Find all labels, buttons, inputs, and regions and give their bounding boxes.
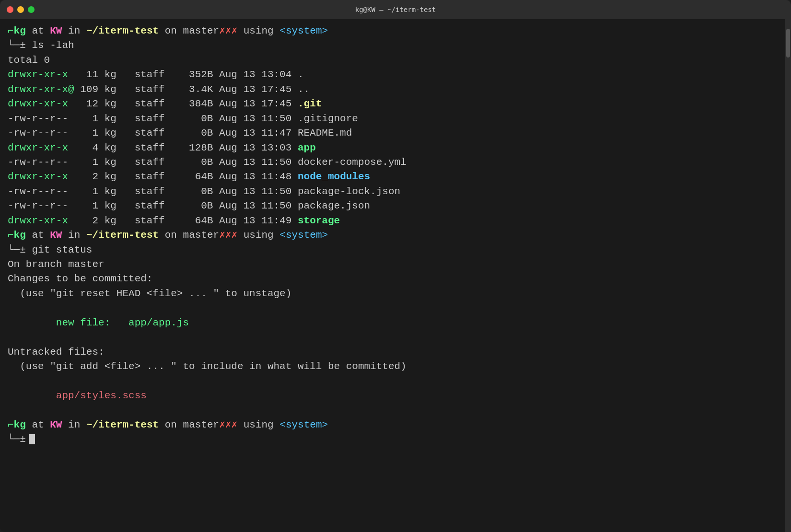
maximize-button[interactable]: [28, 6, 35, 13]
terminal-body[interactable]: ⌐kg at KW in ~/iterm-test on master✗✗✗ u…: [0, 19, 791, 532]
ls-row-node: drwxr-xr-x 2 kg staff 64B Aug 13 11:48 n…: [8, 170, 783, 184]
prompt-user: ⌐kg: [8, 25, 26, 36]
terminal-window: kg@KW — ~/iterm-test ⌐kg at KW in ~/iter…: [0, 0, 791, 532]
git-untracked-file: app/styles.scss: [8, 389, 783, 403]
traffic-lights: [7, 6, 35, 13]
prompt-active: └─±: [8, 432, 783, 447]
git-blank-2: [8, 330, 783, 345]
git-blank-4: [8, 403, 783, 417]
scrollbar-thumb[interactable]: [786, 29, 790, 58]
prompt-line-2: ⌐kg at KW in ~/iterm-test on master✗✗✗ u…: [8, 228, 783, 243]
ls-row-pkglock: -rw-r--r-- 1 kg staff 0B Aug 13 11:50 pa…: [8, 185, 783, 199]
window-title: kg@KW — ~/iterm-test: [355, 6, 436, 13]
cmd-git-status: └─± git status: [8, 243, 783, 257]
cmd-ls: └─± ls -lah: [8, 38, 783, 53]
minimize-button[interactable]: [17, 6, 24, 13]
prompt-dir: ~/iterm-test: [86, 25, 159, 36]
git-changes-hint: (use "git reset HEAD <file> ... " to uns…: [8, 287, 783, 301]
prompt-line-1: ⌐kg at KW in ~/iterm-test on master✗✗✗ u…: [8, 24, 783, 38]
ls-row-dotdot: drwxr-xr-x@ 109 kg staff 3.4K Aug 13 17:…: [8, 82, 783, 97]
ls-row-git: drwxr-xr-x 12 kg staff 384B Aug 13 17:45…: [8, 97, 783, 111]
titlebar: kg@KW — ~/iterm-test: [0, 0, 791, 19]
git-blank-3: [8, 374, 783, 389]
git-new-file: new file: app/app.js: [8, 316, 783, 330]
git-changes-header: Changes to be committed:: [8, 272, 783, 286]
git-untracked-hint: (use "git add <file> ... " to include in…: [8, 359, 783, 374]
ls-row-app: drwxr-xr-x 4 kg staff 128B Aug 13 13:03 …: [8, 141, 783, 155]
prompt-host: KW: [50, 25, 62, 36]
ls-row-pkg: -rw-r--r-- 1 kg staff 0B Aug 13 11:50 pa…: [8, 199, 783, 213]
ls-row-storage: drwxr-xr-x 2 kg staff 64B Aug 13 11:49 s…: [8, 214, 783, 228]
ls-row-gitignore: -rw-r--r-- 1 kg staff 0B Aug 13 11:50 .g…: [8, 112, 783, 126]
git-branch-line: On branch master: [8, 257, 783, 272]
ls-row-readme: -rw-r--r-- 1 kg staff 0B Aug 13 11:47 RE…: [8, 126, 783, 140]
git-untracked-header: Untracked files:: [8, 345, 783, 359]
prompt-line-3: ⌐kg at KW in ~/iterm-test on master✗✗✗ u…: [8, 418, 783, 432]
ls-row-docker: -rw-r--r-- 1 kg staff 0B Aug 13 11:50 do…: [8, 155, 783, 170]
git-blank-1: [8, 301, 783, 315]
cursor: [29, 434, 35, 444]
ls-total: total 0: [8, 53, 783, 68]
scrollbar[interactable]: [785, 19, 791, 532]
close-button[interactable]: [7, 6, 13, 13]
ls-row-dot: drwxr-xr-x 11 kg staff 352B Aug 13 13:04…: [8, 68, 783, 82]
